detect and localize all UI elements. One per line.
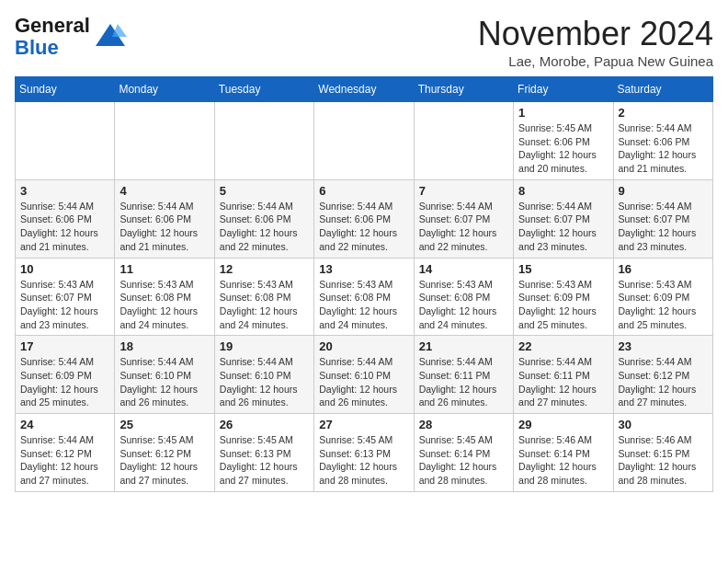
day-info: Sunrise: 5:44 AM Sunset: 6:11 PM Dayligh… <box>518 355 608 409</box>
day-info: Sunrise: 5:44 AM Sunset: 6:11 PM Dayligh… <box>419 355 508 409</box>
calendar-cell: 23Sunrise: 5:44 AM Sunset: 6:12 PM Dayli… <box>613 336 712 414</box>
day-info: Sunrise: 5:44 AM Sunset: 6:06 PM Dayligh… <box>119 200 209 254</box>
calendar-cell: 27Sunrise: 5:45 AM Sunset: 6:13 PM Dayli… <box>314 414 414 492</box>
col-header-wednesday: Wednesday <box>314 77 414 102</box>
day-number: 8 <box>518 184 608 198</box>
day-info: Sunrise: 5:44 AM Sunset: 6:07 PM Dayligh… <box>619 200 708 254</box>
calendar-cell <box>115 102 214 180</box>
day-number: 3 <box>20 184 109 198</box>
day-number: 15 <box>518 262 608 276</box>
calendar-cell: 1Sunrise: 5:45 AM Sunset: 6:06 PM Daylig… <box>514 102 613 180</box>
day-info: Sunrise: 5:44 AM Sunset: 6:07 PM Dayligh… <box>518 200 608 254</box>
col-header-sunday: Sunday <box>16 77 115 102</box>
day-number: 17 <box>20 339 109 353</box>
day-info: Sunrise: 5:43 AM Sunset: 6:09 PM Dayligh… <box>518 278 608 332</box>
calendar-cell: 11Sunrise: 5:43 AM Sunset: 6:08 PM Dayli… <box>115 258 214 336</box>
calendar-cell: 22Sunrise: 5:44 AM Sunset: 6:11 PM Dayli… <box>514 336 613 414</box>
day-number: 30 <box>619 418 708 431</box>
calendar-week-5: 24Sunrise: 5:44 AM Sunset: 6:12 PM Dayli… <box>16 414 713 492</box>
day-number: 29 <box>518 418 608 431</box>
col-header-monday: Monday <box>115 77 214 102</box>
day-info: Sunrise: 5:44 AM Sunset: 6:06 PM Dayligh… <box>319 200 408 254</box>
day-info: Sunrise: 5:45 AM Sunset: 6:12 PM Dayligh… <box>119 433 209 488</box>
col-header-tuesday: Tuesday <box>214 77 313 102</box>
calendar-cell: 4Sunrise: 5:44 AM Sunset: 6:06 PM Daylig… <box>115 179 214 258</box>
day-number: 9 <box>619 184 708 198</box>
day-info: Sunrise: 5:44 AM Sunset: 6:10 PM Dayligh… <box>119 355 209 409</box>
day-info: Sunrise: 5:44 AM Sunset: 6:07 PM Dayligh… <box>419 200 508 254</box>
day-number: 24 <box>20 418 109 431</box>
day-info: Sunrise: 5:43 AM Sunset: 6:08 PM Dayligh… <box>419 278 508 332</box>
calendar-cell: 2Sunrise: 5:44 AM Sunset: 6:06 PM Daylig… <box>613 102 712 180</box>
day-number: 16 <box>619 262 708 276</box>
calendar-cell: 26Sunrise: 5:45 AM Sunset: 6:13 PM Dayli… <box>214 414 313 492</box>
day-number: 11 <box>119 262 209 276</box>
day-number: 23 <box>619 339 708 353</box>
calendar-cell: 30Sunrise: 5:46 AM Sunset: 6:15 PM Dayli… <box>613 414 712 492</box>
calendar-cell: 20Sunrise: 5:44 AM Sunset: 6:10 PM Dayli… <box>314 336 414 414</box>
location: Lae, Morobe, Papua New Guinea <box>478 53 713 69</box>
col-header-thursday: Thursday <box>414 77 513 102</box>
day-info: Sunrise: 5:46 AM Sunset: 6:15 PM Dayligh… <box>619 433 708 488</box>
day-info: Sunrise: 5:44 AM Sunset: 6:10 PM Dayligh… <box>319 355 408 409</box>
day-number: 20 <box>319 339 408 353</box>
day-info: Sunrise: 5:44 AM Sunset: 6:09 PM Dayligh… <box>20 355 109 409</box>
day-number: 7 <box>419 184 508 198</box>
day-info: Sunrise: 5:45 AM Sunset: 6:06 PM Dayligh… <box>518 121 608 176</box>
calendar-cell: 8Sunrise: 5:44 AM Sunset: 6:07 PM Daylig… <box>514 179 613 258</box>
calendar-cell: 10Sunrise: 5:43 AM Sunset: 6:07 PM Dayli… <box>16 258 115 336</box>
day-info: Sunrise: 5:43 AM Sunset: 6:08 PM Dayligh… <box>119 278 209 332</box>
day-number: 25 <box>119 418 209 431</box>
calendar-cell: 13Sunrise: 5:43 AM Sunset: 6:08 PM Dayli… <box>314 258 414 336</box>
calendar-cell: 5Sunrise: 5:44 AM Sunset: 6:06 PM Daylig… <box>214 179 313 258</box>
calendar-cell: 14Sunrise: 5:43 AM Sunset: 6:08 PM Dayli… <box>414 258 513 336</box>
logo-icon <box>94 20 127 53</box>
day-info: Sunrise: 5:45 AM Sunset: 6:14 PM Dayligh… <box>419 433 508 488</box>
day-info: Sunrise: 5:45 AM Sunset: 6:13 PM Dayligh… <box>319 433 408 488</box>
calendar-cell: 24Sunrise: 5:44 AM Sunset: 6:12 PM Dayli… <box>16 414 115 492</box>
day-number: 26 <box>220 418 309 431</box>
month-title: November 2024 <box>478 15 713 53</box>
calendar-cell: 18Sunrise: 5:44 AM Sunset: 6:10 PM Dayli… <box>115 336 214 414</box>
day-number: 21 <box>419 339 508 353</box>
calendar-cell <box>214 102 313 180</box>
calendar-cell: 17Sunrise: 5:44 AM Sunset: 6:09 PM Dayli… <box>16 336 115 414</box>
day-info: Sunrise: 5:46 AM Sunset: 6:14 PM Dayligh… <box>518 433 608 488</box>
calendar-cell: 7Sunrise: 5:44 AM Sunset: 6:07 PM Daylig… <box>414 179 513 258</box>
day-number: 13 <box>319 262 408 276</box>
page-header: General Blue November 2024 Lae, Morobe, … <box>15 15 713 69</box>
calendar-week-1: 1Sunrise: 5:45 AM Sunset: 6:06 PM Daylig… <box>16 102 713 180</box>
col-header-friday: Friday <box>514 77 613 102</box>
calendar-week-2: 3Sunrise: 5:44 AM Sunset: 6:06 PM Daylig… <box>16 179 713 258</box>
day-info: Sunrise: 5:45 AM Sunset: 6:13 PM Dayligh… <box>220 433 309 488</box>
day-info: Sunrise: 5:44 AM Sunset: 6:12 PM Dayligh… <box>20 433 109 488</box>
calendar-cell: 15Sunrise: 5:43 AM Sunset: 6:09 PM Dayli… <box>514 258 613 336</box>
day-number: 14 <box>419 262 508 276</box>
day-info: Sunrise: 5:43 AM Sunset: 6:07 PM Dayligh… <box>20 278 109 332</box>
calendar-table: SundayMondayTuesdayWednesdayThursdayFrid… <box>15 76 713 492</box>
calendar-cell: 6Sunrise: 5:44 AM Sunset: 6:06 PM Daylig… <box>314 179 414 258</box>
day-number: 2 <box>619 106 708 120</box>
calendar-cell: 29Sunrise: 5:46 AM Sunset: 6:14 PM Dayli… <box>514 414 613 492</box>
day-number: 6 <box>319 184 408 198</box>
calendar-cell <box>414 102 513 180</box>
day-info: Sunrise: 5:44 AM Sunset: 6:06 PM Dayligh… <box>20 200 109 254</box>
logo-line1: General <box>15 15 90 37</box>
logo: General Blue <box>15 15 127 59</box>
day-number: 10 <box>20 262 109 276</box>
day-number: 5 <box>220 184 309 198</box>
calendar-cell: 9Sunrise: 5:44 AM Sunset: 6:07 PM Daylig… <box>613 179 712 258</box>
title-block: November 2024 Lae, Morobe, Papua New Gui… <box>478 15 713 69</box>
day-number: 18 <box>119 339 209 353</box>
day-info: Sunrise: 5:44 AM Sunset: 6:12 PM Dayligh… <box>619 355 708 409</box>
day-number: 28 <box>419 418 508 431</box>
day-info: Sunrise: 5:44 AM Sunset: 6:06 PM Dayligh… <box>220 200 309 254</box>
logo-line2: Blue <box>15 37 90 59</box>
col-header-saturday: Saturday <box>613 77 712 102</box>
day-info: Sunrise: 5:44 AM Sunset: 6:06 PM Dayligh… <box>619 121 708 176</box>
calendar-header-row: SundayMondayTuesdayWednesdayThursdayFrid… <box>16 77 713 102</box>
calendar-cell: 16Sunrise: 5:43 AM Sunset: 6:09 PM Dayli… <box>613 258 712 336</box>
calendar-cell: 21Sunrise: 5:44 AM Sunset: 6:11 PM Dayli… <box>414 336 513 414</box>
day-info: Sunrise: 5:43 AM Sunset: 6:08 PM Dayligh… <box>319 278 408 332</box>
calendar-cell: 28Sunrise: 5:45 AM Sunset: 6:14 PM Dayli… <box>414 414 513 492</box>
